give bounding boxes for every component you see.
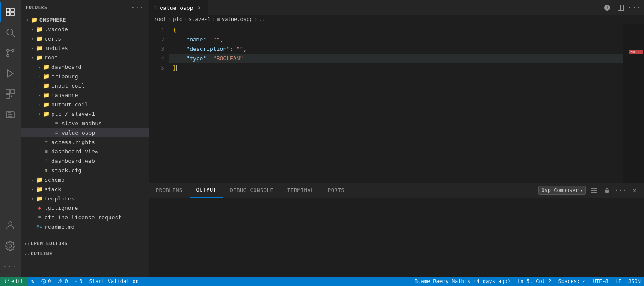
panel-tabs: PROBLEMS OUTPUT DEBUG CONSOLE TERMINAL P… [149, 183, 644, 198]
status-warnings[interactable]: ! 0 [54, 277, 71, 286]
folder-icon-schema: 📁 [36, 176, 43, 183]
minimap-error-indicator: Em... [629, 50, 643, 54]
activity-bar-settings[interactable] [0, 236, 21, 256]
status-spaces[interactable]: Spaces: 4 [555, 277, 589, 286]
file-icon-gitignore: ◆ [36, 204, 43, 211]
tree-arrow-templates [29, 195, 36, 202]
breadcrumb-sep-1: › [168, 16, 171, 22]
breadcrumb-slave1[interactable]: slave-1 [189, 16, 211, 22]
blame-label: Blame Raemy Mathis (4 days ago) [415, 278, 510, 284]
tab-history-icon[interactable] [601, 2, 613, 14]
sidebar-item-dashboard[interactable]: 📁 dashboard [21, 62, 149, 71]
sidebar-item-stack-cfg[interactable]: ⚙ stack.cfg [21, 165, 149, 175]
breadcrumb-filename[interactable]: value.ospp [222, 16, 252, 22]
breadcrumb-sep-4: › [254, 16, 257, 22]
status-errors[interactable]: ✕ 0 [38, 277, 54, 286]
status-language[interactable]: JSON [625, 277, 644, 286]
activity-bar-osp[interactable] [0, 104, 21, 125]
status-no-problems[interactable]: ⚠ 0 [71, 277, 86, 286]
sidebar-item-stack[interactable]: 📁 stack [21, 184, 149, 194]
svg-point-4 [7, 29, 13, 35]
sidebar-item-offline-license[interactable]: ≡ offline-license-request [21, 212, 149, 222]
sidebar-item-value-ospp[interactable]: ≡ value.ospp [21, 128, 149, 137]
sync-icon: ↻ [31, 278, 34, 284]
panel-lock-icon[interactable] [601, 184, 613, 196]
tab-more-icon[interactable]: ··· [629, 2, 641, 14]
sidebar-item-vscode[interactable]: 📁 .vscode [21, 24, 149, 34]
sidebar-section-outline[interactable]: ▸ OUTLINE [21, 248, 149, 259]
sidebar-item-onsphere[interactable]: 📁 ONSPHERE [21, 15, 149, 24]
tree-arrow-readme [29, 223, 36, 230]
activity-bar-run[interactable] [0, 63, 21, 84]
panel-close-icon[interactable]: × [629, 184, 641, 196]
sidebar-item-label-stack-cfg: stack.cfg [51, 167, 81, 174]
tab-split-icon[interactable] [615, 2, 627, 14]
sidebar-item-root[interactable]: 📁 root [21, 53, 149, 62]
file-icon-dashboard-web: ≡ [43, 157, 50, 164]
status-bar: edit ↻ ✕ 0 ! 0 ⚠ 0 Start Validation [0, 277, 644, 286]
sidebar-item-readme[interactable]: M↓ readme.md [21, 222, 149, 231]
sidebar-item-fribourg[interactable]: 📁 fribourg [21, 71, 149, 81]
breadcrumb-plc[interactable]: plc [173, 16, 182, 22]
breadcrumb-root[interactable]: root [154, 16, 166, 22]
activity-bar-explorer[interactable] [0, 2, 21, 22]
code-line-4: "type": "BOOLEAN" [169, 54, 623, 63]
output-channel-label: Osp Composer [541, 187, 579, 193]
status-encoding[interactable]: UTF-8 [590, 277, 612, 286]
sidebar-more-icon[interactable]: ··· [131, 3, 144, 12]
panel-tab-problems[interactable]: PROBLEMS [149, 183, 190, 198]
activity-bar-scm[interactable] [0, 43, 21, 63]
status-sync[interactable]: ↻ [28, 277, 38, 286]
status-line-ending[interactable]: LF [612, 277, 625, 286]
breadcrumb-file-icon: ≡ [217, 16, 220, 22]
svg-rect-3 [11, 12, 14, 16]
sidebar-item-lausanne[interactable]: 📁 lausanne [21, 90, 149, 100]
sidebar-item-schema[interactable]: 📁 schema [21, 175, 149, 184]
status-position[interactable]: Ln 5, Col 2 [514, 277, 555, 286]
sidebar-item-dashboard-web[interactable]: ≡ dashboard.web [21, 156, 149, 165]
panel-more-icon[interactable]: ··· [615, 184, 627, 196]
sidebar-item-gitignore[interactable]: ◆ .gitignore [21, 203, 149, 212]
tree-arrow-gitignore [29, 204, 36, 211]
editor-content[interactable]: 1 2 3 4 5 { "name": "", "description": "… [149, 24, 644, 183]
sidebar-item-certs[interactable]: 📁 certs [21, 34, 149, 43]
panel-tab-terminal[interactable]: TERMINAL [280, 183, 321, 198]
tab-value-ospp[interactable]: ≡ value.ospp × [149, 0, 208, 15]
status-warnings-count: 0 [65, 278, 68, 284]
folder-icon-root: 📁 [36, 54, 43, 61]
activity-bar-search[interactable] [0, 22, 21, 43]
activity-bar-account[interactable] [0, 215, 21, 236]
sidebar-item-templates[interactable]: 📁 templates [21, 194, 149, 203]
svg-text:!: ! [59, 280, 61, 283]
panel-tab-output[interactable]: OUTPUT [190, 183, 223, 198]
tree-arrow-input-coil [36, 82, 43, 89]
sidebar-item-label-offline-license: offline-license-request [45, 214, 122, 221]
sidebar-item-dashboard-view[interactable]: ≡ dashboard.view [21, 147, 149, 156]
tree-arrow-schema [29, 176, 36, 183]
sidebar-item-slave-modbus[interactable]: ≡ slave.modbus [21, 118, 149, 128]
text-cursor [176, 65, 177, 71]
activity-bar-more[interactable]: ··· [0, 256, 21, 277]
code-editor[interactable]: { "name": "", "description": "", "type":… [169, 24, 623, 183]
status-start-validation[interactable]: Start Validation [86, 277, 142, 286]
sidebar-section-open-editors[interactable]: ▸ OPEN EDITORS [21, 238, 149, 248]
sidebar-item-output-coil[interactable]: 📁 output-coil [21, 100, 149, 109]
file-icon-offline-license: ≡ [36, 214, 43, 221]
status-blame[interactable]: Blame Raemy Mathis (4 days ago) [411, 277, 514, 286]
sidebar-item-label-gitignore: .gitignore [45, 205, 78, 211]
panel-tab-ports[interactable]: PORTS [321, 183, 351, 198]
tree-arrow-stack [29, 186, 36, 192]
breadcrumb-ellipsis[interactable]: ... [259, 16, 269, 22]
tree-arrow-dashboard-view [36, 148, 43, 155]
sidebar-item-access-rights[interactable]: ≡ access.rights [21, 137, 149, 147]
tab-close-button[interactable]: × [196, 4, 203, 11]
panel-list-icon[interactable] [588, 184, 599, 196]
sidebar-item-input-coil[interactable]: 📁 input-coil [21, 81, 149, 90]
panel-tab-debug-console[interactable]: DEBUG CONSOLE [223, 183, 281, 198]
file-icon-readme: M↓ [36, 223, 43, 230]
status-git-branch[interactable]: edit [0, 277, 28, 286]
sidebar-item-modules[interactable]: 📁 modules [21, 43, 149, 53]
activity-bar-extensions[interactable] [0, 84, 21, 104]
output-channel-dropdown[interactable]: Osp Composer ▾ [538, 186, 586, 195]
sidebar-item-plc-slave1[interactable]: 📁 plc / slave-1 [21, 109, 149, 118]
